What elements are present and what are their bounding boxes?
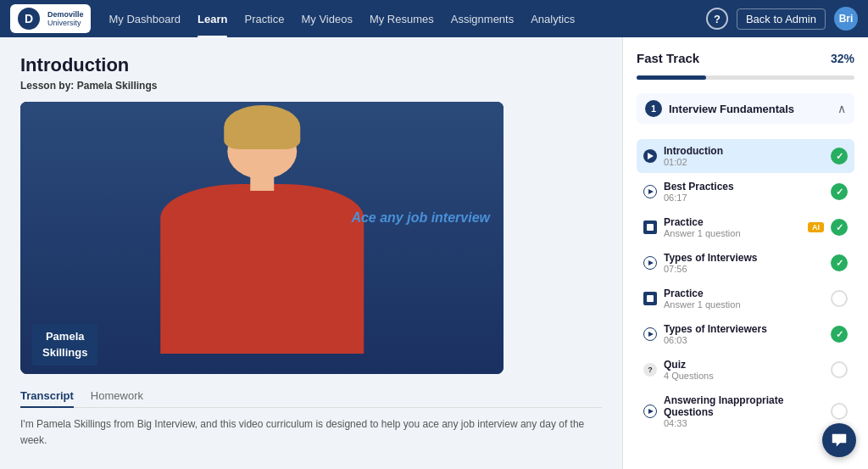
practice-icon xyxy=(643,292,657,305)
completed-check: ✓ xyxy=(831,254,848,271)
quiz-icon: ? xyxy=(643,363,657,377)
completed-check: ✓ xyxy=(831,183,848,200)
chat-fab[interactable] xyxy=(822,423,856,457)
completed-check: ✓ xyxy=(831,326,848,343)
help-button[interactable]: ? xyxy=(706,8,728,30)
lesson-name: Introduction xyxy=(664,145,824,157)
lesson-info: Quiz 4 Questions xyxy=(664,359,824,381)
lesson-by: Lesson by: Pamela Skillings xyxy=(20,80,602,92)
section-title: Interview Fundamentals xyxy=(669,103,831,115)
transcript-content: I'm Pamela Skillings from Big Interview,… xyxy=(20,416,602,449)
lesson-info: Introduction 01:02 xyxy=(664,145,824,167)
list-item[interactable]: Practice Answer 1 question AI ✓ xyxy=(637,210,854,244)
completed-check: ✓ xyxy=(831,148,848,165)
fast-track-title: Fast Track xyxy=(637,51,699,65)
logo-text: Demoville University xyxy=(47,10,84,27)
lesson-name: Practice xyxy=(664,216,801,228)
lesson-info: Practice Answer 1 question xyxy=(664,288,824,310)
lesson-duration: Answer 1 question xyxy=(664,228,801,238)
lesson-duration: 07:56 xyxy=(664,264,824,274)
nav-my-resumes[interactable]: My Resumes xyxy=(361,0,442,37)
incomplete-check xyxy=(831,403,848,420)
incomplete-check xyxy=(831,361,848,378)
video-player[interactable]: Ace any job interview Pamela Skillings 0… xyxy=(20,102,504,374)
list-item[interactable]: Answering Inappropriate Questions 04:33 xyxy=(637,388,854,434)
lesson-duration: 01:02 xyxy=(664,157,824,167)
content-area: Introduction Lesson by: Pamela Skillings xyxy=(0,37,622,469)
nav-learn[interactable]: Learn xyxy=(189,0,236,37)
header-right: ? Back to Admin Bri xyxy=(706,7,858,31)
list-item[interactable]: Types of Interviews 07:56 ✓ xyxy=(637,246,854,280)
lesson-name: Types of Interviews xyxy=(664,252,824,264)
content-tabs: Transcript Homework xyxy=(20,384,602,408)
play-icon xyxy=(643,149,657,163)
section-number: 1 xyxy=(645,100,662,117)
play-icon xyxy=(643,405,657,418)
lesson-info: Types of Interviewers 06:03 xyxy=(664,323,824,345)
incomplete-check xyxy=(831,290,848,307)
user-avatar[interactable]: Bri xyxy=(834,7,858,31)
lesson-info: Practice Answer 1 question xyxy=(664,216,801,238)
lesson-author: Pamela Skillings xyxy=(77,80,158,92)
page-title: Introduction xyxy=(20,54,602,76)
chat-icon xyxy=(831,432,848,449)
fast-track-header: Fast Track 32% xyxy=(637,51,854,65)
logo-icon: D xyxy=(17,7,41,31)
lesson-duration: 4 Questions xyxy=(664,371,824,381)
main-nav: My Dashboard Learn Practice My Videos My… xyxy=(101,0,584,37)
tab-transcript[interactable]: Transcript xyxy=(20,384,74,407)
tab-homework[interactable]: Homework xyxy=(91,384,143,407)
chevron-up-icon: ∧ xyxy=(837,102,846,115)
play-icon xyxy=(643,327,657,341)
practice-icon xyxy=(643,221,657,234)
lesson-name: Answering Inappropriate Questions xyxy=(664,394,824,418)
nav-practice[interactable]: Practice xyxy=(236,0,292,37)
back-admin-button[interactable]: Back to Admin xyxy=(737,8,826,30)
video-background: Ace any job interview Pamela Skillings xyxy=(20,102,504,374)
nav-my-dashboard[interactable]: My Dashboard xyxy=(101,0,190,37)
lesson-name: Practice xyxy=(664,288,824,299)
list-item[interactable]: ? Quiz 4 Questions xyxy=(637,353,854,387)
list-item[interactable]: Introduction 01:02 ✓ xyxy=(637,139,854,173)
lesson-duration: 06:17 xyxy=(664,193,824,203)
lesson-info: Types of Interviews 07:56 xyxy=(664,252,824,274)
video-text-overlay: Ace any job interview xyxy=(351,210,490,226)
lesson-info: Best Practices 06:17 xyxy=(664,181,824,203)
lesson-duration: 06:03 xyxy=(664,335,824,345)
svg-text:D: D xyxy=(25,12,33,25)
nav-assignments[interactable]: Assignments xyxy=(442,0,522,37)
lesson-name: Best Practices xyxy=(664,181,824,193)
section-header[interactable]: 1 Interview Fundamentals ∧ xyxy=(637,93,854,124)
lesson-duration: 04:33 xyxy=(664,418,824,428)
logo[interactable]: D Demoville University xyxy=(10,4,91,33)
fast-track-progress-bar xyxy=(637,75,854,80)
play-icon xyxy=(643,256,657,270)
ai-badge: AI xyxy=(808,222,824,232)
list-item[interactable]: Best Practices 06:17 ✓ xyxy=(637,175,854,209)
completed-check: ✓ xyxy=(831,219,848,236)
lesson-name: Types of Interviewers xyxy=(664,323,824,335)
nav-analytics[interactable]: Analytics xyxy=(522,0,583,37)
lesson-info: Answering Inappropriate Questions 04:33 xyxy=(664,394,824,428)
sidebar: Fast Track 32% 1 Interview Fundamentals … xyxy=(622,37,868,469)
nav-my-videos[interactable]: My Videos xyxy=(292,0,360,37)
top-nav: D Demoville University My Dashboard Lear… xyxy=(0,0,868,37)
lesson-duration: Answer 1 question xyxy=(664,299,824,310)
fast-track-percent: 32% xyxy=(831,52,854,65)
fast-track-progress-fill xyxy=(637,75,706,80)
lesson-name: Quiz xyxy=(664,359,824,371)
play-icon xyxy=(643,185,657,198)
lesson-list: Introduction 01:02 ✓ Best Practices 06:1… xyxy=(637,139,854,434)
presenter-name-badge: Pamela Skillings xyxy=(32,324,97,366)
main-layout: Introduction Lesson by: Pamela Skillings xyxy=(0,37,868,469)
list-item[interactable]: Types of Interviewers 06:03 ✓ xyxy=(637,317,854,351)
list-item[interactable]: Practice Answer 1 question xyxy=(637,282,854,315)
